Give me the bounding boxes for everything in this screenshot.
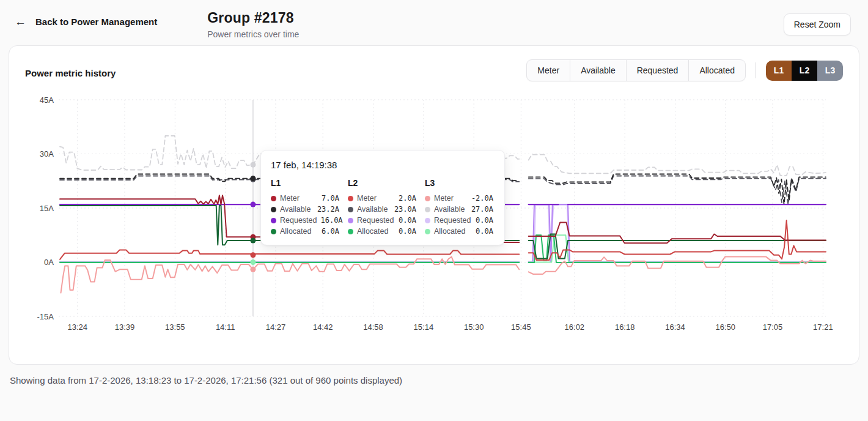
phase-toggle-group: L1L2L3 — [766, 61, 843, 81]
tooltip-row-label: Requested — [434, 216, 472, 225]
tooltip-row-meter: Meter-2.0A — [425, 193, 493, 204]
svg-text:45A: 45A — [40, 95, 54, 105]
phase-l3-toggle[interactable]: L3 — [817, 61, 843, 81]
tooltip-row-value: 0.0A — [476, 227, 493, 236]
svg-text:17:21: 17:21 — [813, 322, 833, 332]
tooltip-row-label: Requested — [357, 216, 395, 225]
svg-text:16:50: 16:50 — [716, 322, 736, 332]
tooltip-row-value: 27.0A — [471, 205, 493, 214]
tooltip-phase-label: L3 — [425, 178, 493, 188]
tooltip-row-label: Meter — [434, 194, 468, 203]
svg-text:15:30: 15:30 — [464, 322, 484, 332]
x-axis-labels: 13:2413:3913:5514:1114:2714:4214:5815:14… — [68, 322, 833, 332]
series-color-dot — [271, 196, 276, 201]
tooltip-row-label: Meter — [357, 194, 395, 203]
svg-text:14:58: 14:58 — [363, 322, 383, 332]
tooltip-row-available: Available23.0A — [348, 204, 416, 215]
series-color-dot — [348, 218, 353, 223]
phase-l1-toggle[interactable]: L1 — [766, 61, 792, 81]
tooltip-row-label: Meter — [280, 194, 318, 203]
svg-text:16:34: 16:34 — [665, 322, 685, 332]
tooltip-row-label: Allocated — [280, 227, 318, 236]
tooltip-row-label: Available — [280, 205, 314, 214]
tooltip-row-value: 0.0A — [399, 216, 416, 225]
filter-allocated-button[interactable]: Allocated — [688, 60, 745, 81]
series-color-dot — [271, 229, 276, 234]
svg-text:14:11: 14:11 — [216, 322, 235, 332]
tooltip-row-label: Available — [434, 205, 468, 214]
tooltip-row-value: 16.0A — [320, 216, 342, 225]
tooltip-phase-label: L1 — [271, 178, 339, 188]
tooltip-row-label: Allocated — [434, 227, 472, 236]
controls-divider — [756, 62, 756, 78]
tooltip-row-requested: Requested0.0A — [348, 215, 416, 226]
back-link[interactable]: ← Back to Power Management — [15, 16, 157, 28]
tooltip-row-available: Available23.2A — [271, 204, 339, 215]
active-point-dot-l1_requested — [250, 202, 256, 207]
svg-text:13:55: 13:55 — [165, 322, 185, 332]
tooltip-row-value: 0.0A — [476, 216, 493, 225]
svg-text:15A: 15A — [40, 204, 54, 213]
tooltip-column-l2: L2Meter2.0AAvailable23.0ARequested0.0AAl… — [348, 178, 416, 237]
page-title-block: Group #2178 Power metrics over time — [207, 10, 299, 39]
tooltip-row-value: 0.0A — [399, 227, 416, 236]
svg-text:14:42: 14:42 — [313, 322, 333, 332]
chart-area[interactable]: 45A30A15A0A-15A13:2413:3913:5514:1114:27… — [25, 95, 843, 340]
phase-l2-toggle[interactable]: L2 — [792, 61, 817, 81]
series-color-dot — [348, 207, 353, 212]
active-point-dot-l1_available — [250, 176, 256, 181]
tooltip-row-meter: Meter7.0A — [271, 193, 339, 204]
svg-text:-15A: -15A — [37, 312, 54, 321]
svg-text:13:24: 13:24 — [68, 322, 88, 332]
tooltip-row-value: 23.0A — [394, 205, 416, 214]
svg-text:16:18: 16:18 — [615, 322, 635, 332]
reset-zoom-button[interactable]: Reset Zoom — [784, 13, 851, 35]
filter-available-button[interactable]: Available — [570, 60, 626, 81]
tooltip-row-allocated: Allocated0.0A — [348, 226, 416, 237]
tooltip-phase-label: L2 — [348, 178, 416, 188]
top-bar: ← Back to Power Management Group #2178 P… — [0, 0, 868, 45]
chart-tooltip: 17 feb, 14:19:38 L1Meter7.0AAvailable23.… — [260, 150, 505, 245]
active-point-dot-l3_available — [250, 162, 256, 168]
tooltip-row-value: 23.2A — [317, 205, 339, 214]
y-axis-labels: 45A30A15A0A-15A — [37, 95, 54, 321]
series-color-dot — [348, 196, 353, 201]
svg-text:15:14: 15:14 — [414, 322, 434, 332]
tooltip-row-label: Available — [357, 205, 391, 214]
series-color-dot — [271, 207, 276, 212]
svg-text:13:39: 13:39 — [115, 322, 135, 332]
tooltip-row-meter: Meter2.0A — [348, 193, 416, 204]
svg-text:30A: 30A — [40, 149, 54, 158]
card-header: Power metric history MeterAvailableReque… — [25, 59, 843, 81]
page-subtitle: Power metrics over time — [207, 29, 299, 39]
tooltip-row-available: Available27.0A — [425, 204, 493, 215]
tooltip-row-allocated: Allocated6.0A — [271, 226, 339, 237]
chart-controls: MeterAvailableRequestedAllocated L1L2L3 — [526, 59, 843, 81]
tooltip-row-requested: Requested0.0A — [425, 215, 493, 226]
svg-text:16:02: 16:02 — [565, 322, 585, 332]
svg-text:17:05: 17:05 — [763, 322, 783, 332]
svg-text:15:45: 15:45 — [511, 322, 531, 332]
power-metric-history-card: Power metric history MeterAvailableReque… — [9, 45, 859, 365]
series-color-dot — [425, 196, 430, 201]
series-color-dot — [425, 229, 430, 234]
active-point-dot-l2_meter — [250, 252, 256, 258]
card-title: Power metric history — [25, 68, 116, 78]
tooltip-row-value: 7.0A — [322, 194, 339, 203]
tooltip-column-l1: L1Meter7.0AAvailable23.2ARequested16.0AA… — [271, 178, 339, 237]
filter-meter-button[interactable]: Meter — [527, 60, 570, 81]
svg-text:14:27: 14:27 — [266, 322, 286, 332]
series-color-dot — [425, 207, 430, 212]
metric-filter-group: MeterAvailableRequestedAllocated — [526, 59, 746, 81]
svg-text:0A: 0A — [44, 258, 54, 267]
page-title: Group #2178 — [207, 10, 299, 26]
tooltip-row-requested: Requested16.0A — [271, 215, 339, 226]
active-point-dot-l3_meter — [250, 267, 256, 272]
tooltip-columns: L1Meter7.0AAvailable23.2ARequested16.0AA… — [271, 178, 493, 237]
filter-requested-button[interactable]: Requested — [626, 60, 689, 81]
tooltip-row-value: 6.0A — [322, 227, 339, 236]
tooltip-row-allocated: Allocated0.0A — [425, 226, 493, 237]
status-text: Showing data from 17-2-2026, 13:18:23 to… — [0, 365, 868, 396]
tooltip-row-label: Requested — [280, 216, 317, 225]
tooltip-row-label: Allocated — [357, 227, 395, 236]
